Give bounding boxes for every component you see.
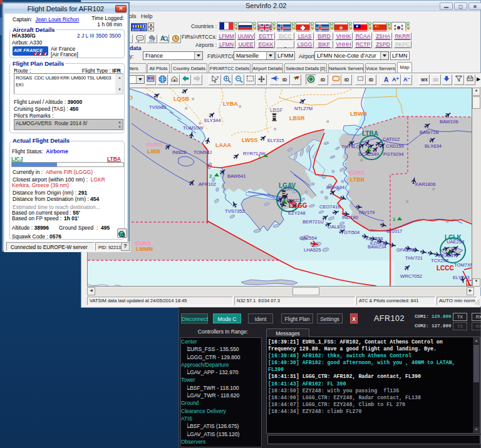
svg-text:LAAA: LAAA bbox=[215, 142, 231, 148]
svg-text:PGT9294: PGT9294 bbox=[383, 151, 404, 157]
svg-text:LBSR: LBSR bbox=[289, 115, 305, 121]
svg-text:LHA525: LHA525 bbox=[304, 247, 321, 253]
svg-text:2: 2 bbox=[209, 173, 212, 179]
svg-text:DCA2349: DCA2349 bbox=[358, 151, 379, 157]
svg-text:?: ? bbox=[216, 76, 219, 80]
svg-text:CAT012: CAT012 bbox=[383, 136, 400, 142]
svg-text:TCX298: TCX298 bbox=[431, 258, 448, 263]
svg-text:EURS: EURS bbox=[147, 141, 162, 148]
svg-text:BAW234: BAW234 bbox=[368, 244, 386, 250]
svg-text:RYR71JW: RYR71JW bbox=[243, 151, 266, 156]
svg-text:CXD159: CXD159 bbox=[386, 143, 404, 149]
svg-text:TOM10W: TOM10W bbox=[183, 125, 204, 131]
svg-text:CEO7416: CEO7416 bbox=[319, 204, 340, 210]
svg-text:EZY248: EZY248 bbox=[288, 210, 305, 216]
svg-text:NTL27M: NTL27M bbox=[294, 106, 313, 111]
svg-text:1: 1 bbox=[393, 216, 396, 222]
svg-text:BAW72B: BAW72B bbox=[420, 130, 439, 135]
svg-text:LMMN: LMMN bbox=[136, 246, 153, 252]
svg-text:L: L bbox=[468, 281, 471, 285]
svg-text:LCCC: LCCC bbox=[437, 265, 454, 272]
svg-text:IND190: IND190 bbox=[342, 215, 358, 220]
svg-text:ELY344: ELY344 bbox=[204, 118, 220, 123]
svg-text:LQSB: LQSB bbox=[173, 96, 190, 102]
svg-text:LGGG: LGGG bbox=[289, 202, 308, 209]
svg-text:WRC7052: WRC7052 bbox=[400, 273, 422, 279]
svg-text:OAL810: OAL810 bbox=[328, 224, 345, 230]
svg-text:GFA5987: GFA5987 bbox=[396, 247, 416, 253]
svg-text:MEA217: MEA217 bbox=[438, 253, 456, 258]
svg-text:BAW641: BAW641 bbox=[227, 173, 246, 179]
svg-text:LCLK: LCLK bbox=[445, 234, 462, 241]
svg-text:AFR102: AFR102 bbox=[199, 181, 216, 187]
svg-text:GTI504: GTI504 bbox=[344, 230, 359, 235]
svg-text:BGH194: BGH194 bbox=[326, 185, 344, 190]
svg-text:TOM7XM: TOM7XM bbox=[454, 262, 472, 268]
svg-text:TOM98J: TOM98J bbox=[194, 150, 212, 155]
svg-text:EURS: EURS bbox=[135, 240, 151, 247]
svg-text:EURS: EURS bbox=[349, 170, 365, 176]
svg-text:621017: 621017 bbox=[386, 228, 402, 234]
svg-text:KAR1806: KAR1806 bbox=[415, 181, 436, 187]
svg-text:ELY315: ELY315 bbox=[267, 138, 284, 143]
svg-text:LBWR: LBWR bbox=[350, 111, 367, 117]
svg-text:LWSS: LWSS bbox=[242, 137, 258, 143]
svg-text:OAL554: OAL554 bbox=[299, 235, 317, 241]
svg-text:TVS7352: TVS7352 bbox=[225, 208, 245, 214]
svg-text:A: A bbox=[160, 35, 165, 42]
svg-text:TVS983: TVS983 bbox=[149, 104, 166, 110]
svg-text:ELY243: ELY243 bbox=[453, 275, 469, 280]
svg-text:THV721: THV721 bbox=[405, 255, 423, 261]
svg-text:LTBA: LTBA bbox=[362, 130, 378, 137]
svg-text:BLX634: BLX634 bbox=[425, 143, 442, 149]
svg-text:TAV179: TAV179 bbox=[358, 210, 375, 215]
svg-text:LBSF: LBSF bbox=[270, 108, 282, 113]
svg-text:LIBB: LIBB bbox=[147, 148, 160, 155]
svg-text:INI828: INI828 bbox=[172, 150, 186, 155]
svg-text:LGAV: LGAV bbox=[279, 182, 296, 189]
svg-text:THY4LC: THY4LC bbox=[341, 144, 360, 150]
svg-text:LTBB: LTBB bbox=[350, 176, 365, 183]
svg-text:BAW106: BAW106 bbox=[440, 119, 458, 125]
svg-text:BER721U: BER721U bbox=[303, 219, 324, 225]
svg-text:LYBA: LYBA bbox=[223, 101, 238, 107]
